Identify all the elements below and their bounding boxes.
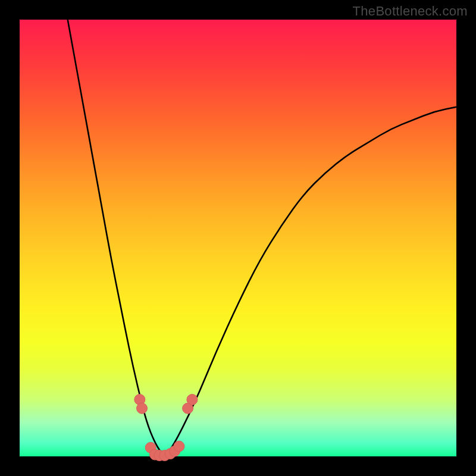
- curve-marker: [187, 394, 198, 405]
- watermark-text: TheBottleneck.com: [353, 4, 468, 19]
- bottleneck-curve-svg: [20, 20, 456, 456]
- curve-marker: [174, 441, 184, 452]
- chart-frame: TheBottleneck.com: [0, 0, 476, 476]
- bottleneck-curve: [68, 20, 456, 454]
- plot-area: [20, 20, 456, 456]
- curve-markers: [134, 394, 198, 461]
- curve-marker: [137, 403, 148, 414]
